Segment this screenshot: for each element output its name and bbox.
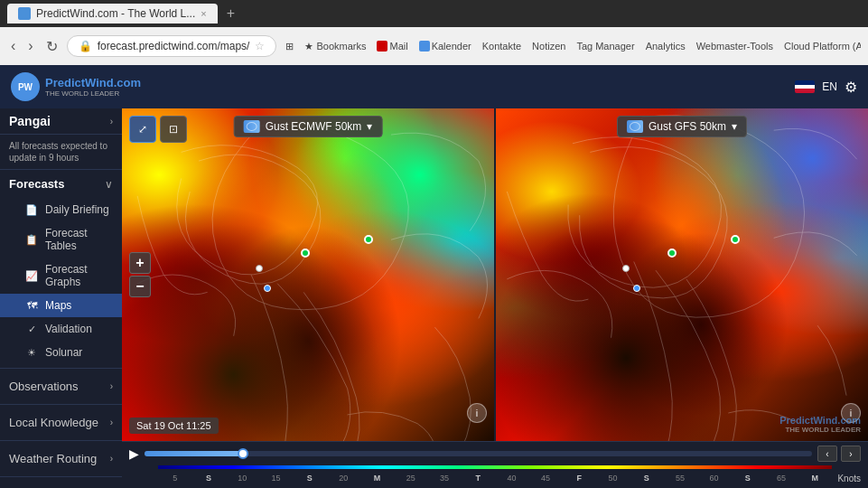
tab-favicon bbox=[18, 7, 31, 20]
tick-s3: S bbox=[630, 474, 663, 483]
expand-btn[interactable]: ⤢ bbox=[129, 116, 156, 143]
new-tab-btn[interactable]: + bbox=[221, 5, 240, 22]
tick-25: 25 bbox=[394, 474, 427, 483]
tick-10: 10 bbox=[226, 474, 259, 483]
tick-40: 40 bbox=[495, 474, 528, 483]
main-content: ⤢ ⊡ Gust ECMWF 50km ▾ bbox=[122, 108, 868, 488]
watermark-sub: THE WORLD LEADER bbox=[779, 426, 861, 434]
tick-65: 65 bbox=[764, 474, 798, 483]
left-zoom-controls: + − bbox=[129, 252, 151, 297]
sidebar-item-solunar[interactable]: ☀ Solunar bbox=[0, 341, 122, 364]
sidebar-item-forecast-tables[interactable]: 📋 Forecast Tables bbox=[0, 221, 122, 258]
app-logo: PW PredictWind.com THE WORLD LEADER bbox=[11, 72, 141, 101]
watermark: PredictWind.com THE WORLD LEADER bbox=[779, 415, 861, 434]
sidebar-item-observations[interactable]: Observations › bbox=[0, 372, 122, 400]
nav-right: EN ⚙ bbox=[795, 79, 857, 96]
left-model-label: Gust ECMWF 50km bbox=[266, 120, 362, 133]
timeline-prev-btn[interactable]: ‹ bbox=[817, 446, 837, 462]
tick-s4: S bbox=[731, 474, 764, 483]
right-model-selector-container: Gust GFS 50km ▾ bbox=[617, 116, 747, 137]
logo-main: PredictWind.com bbox=[45, 76, 141, 89]
divider-1 bbox=[0, 368, 122, 369]
address-bar[interactable]: 🔒 forecast.predictwind.com/maps/ ☆ bbox=[67, 35, 277, 57]
left-map-top-controls: ⤢ ⊡ bbox=[129, 116, 187, 143]
bookmark-webmaster[interactable]: Webmaster-Tools bbox=[693, 39, 777, 53]
flag-icon bbox=[795, 80, 815, 93]
right-map-dot-1 bbox=[667, 249, 677, 258]
expand-icon: ⤢ bbox=[138, 123, 147, 136]
forecasts-label: Forecasts bbox=[9, 177, 64, 191]
tick-60: 60 bbox=[697, 474, 731, 483]
active-tab[interactable]: PredictWind.com - The World L... × bbox=[7, 4, 218, 23]
bookmark-apps[interactable]: ⊞ bbox=[282, 39, 297, 54]
right-map-dot-2 bbox=[731, 235, 740, 244]
reload-btn[interactable]: ↻ bbox=[42, 34, 61, 59]
left-map-dot-1 bbox=[301, 249, 310, 258]
tick-50: 50 bbox=[596, 474, 630, 483]
left-model-selector-container: Gust ECMWF 50km ▾ bbox=[234, 116, 383, 137]
forecast-note: All forecasts expected to update in 9 ho… bbox=[0, 135, 122, 170]
bookmark-cloud[interactable]: Cloud Platform (API) bbox=[780, 39, 861, 53]
back-btn[interactable]: ‹ bbox=[7, 34, 19, 58]
left-info-btn[interactable]: i bbox=[467, 403, 487, 423]
bookmark-tag-manager[interactable]: Tag Manager bbox=[573, 39, 638, 53]
sidebar-item-daily-briefing[interactable]: 📄 Daily Briefing bbox=[0, 198, 122, 221]
date-label: Sat 19 Oct 11:25 bbox=[129, 418, 219, 434]
validation-label: Validation bbox=[45, 323, 92, 335]
forecast-graphs-label: Forecast Graphs bbox=[45, 263, 113, 288]
left-map-panel: ⤢ ⊡ Gust ECMWF 50km ▾ bbox=[122, 108, 494, 441]
right-model-selector[interactable]: Gust GFS 50km ▾ bbox=[617, 116, 747, 137]
sidebar-item-weather-routing[interactable]: Weather Routing › bbox=[0, 445, 122, 473]
forecast-tables-icon: 📋 bbox=[25, 234, 38, 246]
sidebar-item-maps[interactable]: 🗺 Maps bbox=[0, 294, 122, 317]
timeline: ▶ ‹ › 5 S 10 bbox=[122, 441, 868, 488]
bookmark-notizen[interactable]: Notizen bbox=[528, 39, 569, 53]
sidebar: Pangai › All forecasts expected to updat… bbox=[0, 108, 122, 488]
logo-text-block: PredictWind.com THE WORLD LEADER bbox=[45, 76, 141, 98]
forecasts-chevron: ∨ bbox=[105, 178, 113, 191]
timeline-next-btn[interactable]: › bbox=[841, 446, 861, 462]
bookmark-kontakte[interactable]: Kontakte bbox=[479, 39, 525, 53]
watermark-text: PredictWind.com bbox=[779, 415, 861, 426]
sidebar-item-validation[interactable]: ✓ Validation bbox=[0, 317, 122, 341]
solunar-icon: ☀ bbox=[25, 347, 38, 359]
tick-s2: S bbox=[293, 474, 326, 483]
tab-bar: PredictWind.com - The World L... × + bbox=[0, 0, 868, 27]
right-model-icon bbox=[627, 120, 643, 133]
tick-20: 20 bbox=[326, 474, 359, 483]
nav-bar: ‹ › ↻ 🔒 forecast.predictwind.com/maps/ ☆… bbox=[0, 27, 868, 65]
observations-chevron: › bbox=[110, 381, 113, 391]
zoom-out-btn[interactable]: − bbox=[129, 276, 151, 297]
left-map-bg bbox=[122, 108, 494, 441]
language-btn[interactable]: EN bbox=[822, 80, 837, 93]
settings-btn[interactable]: ⚙ bbox=[845, 79, 857, 96]
maps-area: ⤢ ⊡ Gust ECMWF 50km ▾ bbox=[122, 108, 868, 441]
left-map-dot-blue bbox=[264, 285, 271, 292]
tab-title: PredictWind.com - The World L... bbox=[36, 7, 195, 20]
bookmark-mail[interactable]: Mail bbox=[373, 39, 411, 53]
sidebar-item-forecast-graphs[interactable]: 📈 Forecast Graphs bbox=[0, 258, 122, 294]
solunar-label: Solunar bbox=[45, 346, 82, 359]
tick-m1: M bbox=[360, 474, 394, 483]
tick-m2: M bbox=[798, 474, 832, 483]
left-model-selector[interactable]: Gust ECMWF 50km ▾ bbox=[234, 116, 383, 137]
maps-label: Maps bbox=[45, 299, 71, 312]
forward-btn[interactable]: › bbox=[24, 34, 36, 58]
bookmark-analytics[interactable]: Analytics bbox=[642, 39, 689, 53]
tab-close-btn[interactable]: × bbox=[201, 8, 206, 19]
browser-chrome: PredictWind.com - The World L... × + ‹ ›… bbox=[0, 0, 868, 65]
bookmark-kalender[interactable]: Kalender bbox=[415, 39, 475, 53]
bookmark-bookmarks[interactable]: ★ Bookmarks bbox=[301, 39, 369, 54]
daily-briefing-icon: 📄 bbox=[25, 204, 38, 216]
forecasts-header[interactable]: Forecasts ∨ bbox=[0, 170, 122, 198]
left-model-icon bbox=[244, 120, 260, 133]
zoom-in-btn[interactable]: + bbox=[129, 252, 151, 274]
timeline-slider-container[interactable] bbox=[145, 451, 812, 456]
play-btn[interactable]: ▶ bbox=[129, 446, 139, 461]
timeline-handle bbox=[238, 448, 248, 459]
split-view-btn[interactable]: ⊡ bbox=[160, 116, 187, 143]
sidebar-item-departure-planning[interactable]: Departure Planning › bbox=[0, 481, 122, 488]
divider-4 bbox=[0, 476, 122, 477]
right-model-dropdown: ▾ bbox=[732, 120, 737, 133]
sidebar-item-local-knowledge[interactable]: Local Knowledge › bbox=[0, 408, 122, 436]
